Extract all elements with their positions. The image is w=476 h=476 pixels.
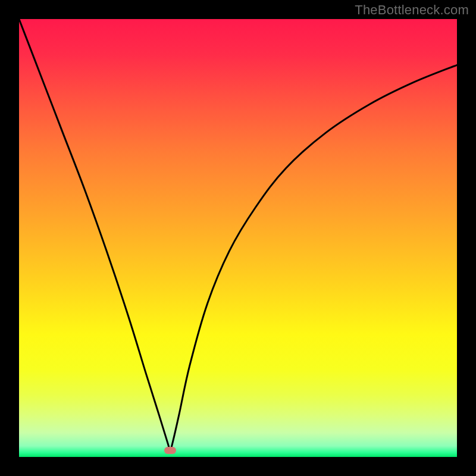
- optimal-point-marker: [164, 447, 176, 454]
- watermark-text: TheBottleneck.com: [355, 2, 469, 18]
- outer-frame: TheBottleneck.com: [0, 0, 476, 476]
- bottleneck-curve: [19, 19, 457, 457]
- plot-area: [19, 19, 457, 457]
